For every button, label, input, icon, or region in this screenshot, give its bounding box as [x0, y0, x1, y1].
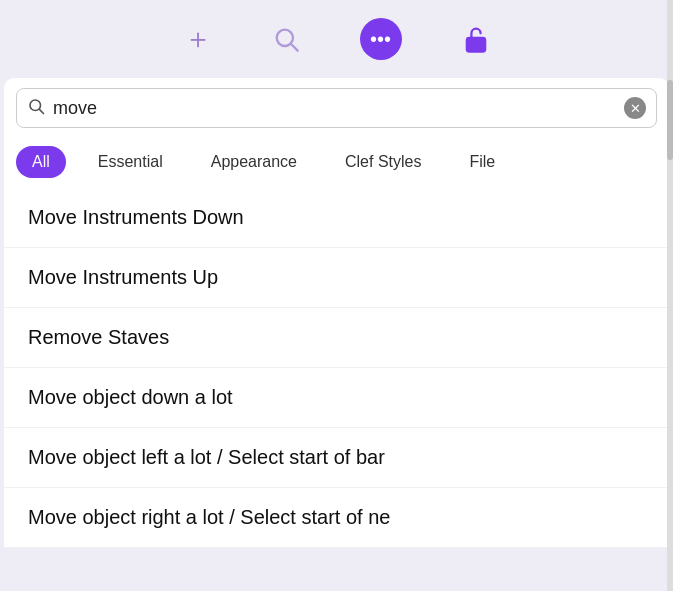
tab-essential[interactable]: Essential: [82, 146, 179, 178]
svg-line-4: [39, 109, 43, 113]
tab-appearance[interactable]: Appearance: [195, 146, 313, 178]
svg-line-1: [291, 44, 297, 50]
scrollbar-track: [667, 0, 673, 591]
more-options-icon[interactable]: •••: [360, 18, 402, 60]
svg-rect-2: [466, 38, 484, 52]
result-item[interactable]: Move Instruments Down: [4, 188, 669, 248]
search-wrapper: ✕: [16, 88, 657, 128]
search-input[interactable]: [53, 98, 616, 119]
result-item[interactable]: Move object down a lot: [4, 368, 669, 428]
tab-file[interactable]: File: [453, 146, 511, 178]
search-icon[interactable]: [272, 25, 300, 53]
result-item[interactable]: Move Instruments Up: [4, 248, 669, 308]
result-item[interactable]: Remove Staves: [4, 308, 669, 368]
results-list: Move Instruments Down Move Instruments U…: [4, 188, 669, 548]
result-item[interactable]: Move object right a lot / Select start o…: [4, 488, 669, 548]
main-panel: ✕ All Essential Appearance Clef Styles F…: [4, 78, 669, 548]
search-inline-icon: [27, 97, 45, 119]
lock-icon[interactable]: [462, 23, 490, 55]
tab-clef-styles[interactable]: Clef Styles: [329, 146, 437, 178]
filter-tabs: All Essential Appearance Clef Styles Fil…: [4, 138, 669, 188]
top-bar: ＋ •••: [0, 0, 673, 78]
scrollbar-thumb[interactable]: [667, 80, 673, 160]
add-icon[interactable]: ＋: [184, 20, 212, 58]
result-item[interactable]: Move object left a lot / Select start of…: [4, 428, 669, 488]
tab-all[interactable]: All: [16, 146, 66, 178]
clear-search-button[interactable]: ✕: [624, 97, 646, 119]
